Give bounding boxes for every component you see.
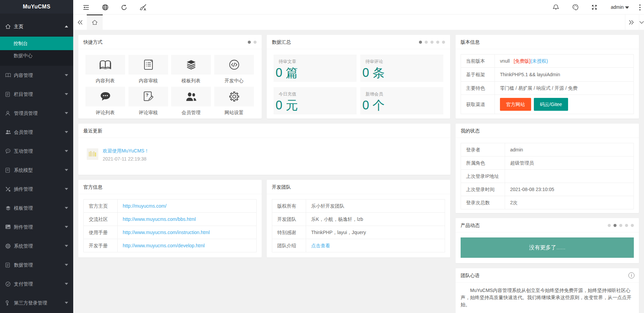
svg-text:?: ? <box>146 92 148 98</box>
